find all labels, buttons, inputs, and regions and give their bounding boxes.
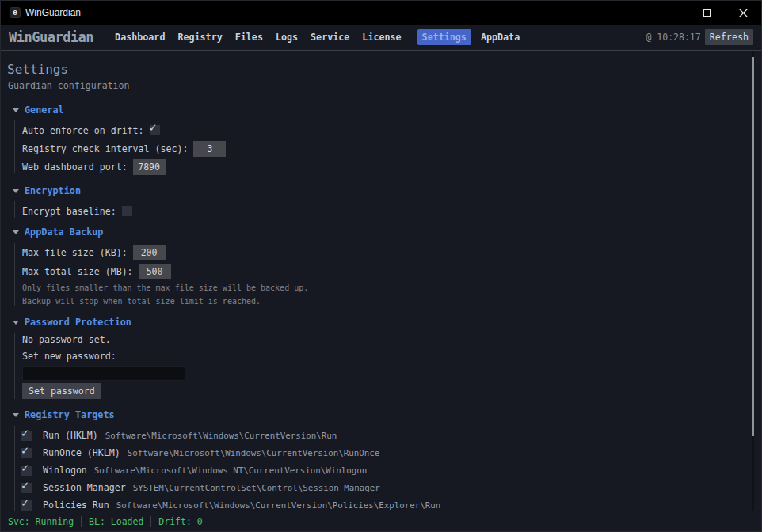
registry-target-checkbox[interactable] xyxy=(21,483,32,493)
collapse-arrow-icon xyxy=(13,413,19,417)
app-icon: e xyxy=(10,7,21,18)
registry-target-row: RunOnce (HKLM) Software\Microsoft\Window… xyxy=(21,444,379,462)
section-appdata-header[interactable]: AppData Backup xyxy=(13,226,103,238)
status-divider xyxy=(81,516,82,527)
registry-target-path: Software\Microsoft\Windows\CurrentVersio… xyxy=(105,431,337,441)
page-title: Settings xyxy=(7,62,68,77)
registry-target-path: Software\Microsoft\Windows\CurrentVersio… xyxy=(128,448,380,458)
nav-tab-logs[interactable]: Logs xyxy=(270,29,303,45)
close-button[interactable] xyxy=(725,1,761,25)
encrypt-row: Encrypt baseline: xyxy=(22,202,132,220)
password-input-row xyxy=(22,366,185,381)
nav-tab-dashboard[interactable]: Dashboard xyxy=(109,29,170,45)
status-service: Svc: Running xyxy=(8,516,74,527)
registry-target-row: Run (HKLM) Software\Microsoft\Windows\Cu… xyxy=(21,427,337,444)
section-appdata-title: AppData Backup xyxy=(25,226,103,238)
refresh-button[interactable]: Refresh xyxy=(705,29,753,45)
auto-enforce-row: Auto-enforce on drift: xyxy=(22,121,160,139)
max-total-input[interactable] xyxy=(139,264,171,279)
navbar: WinGuardian Dashboard Registry Files Log… xyxy=(1,25,761,51)
minimize-button[interactable] xyxy=(652,1,688,25)
page-subtitle: Guardian configuration xyxy=(8,80,130,91)
collapse-arrow-icon xyxy=(13,321,19,325)
status-baseline: BL: Loaded xyxy=(89,516,143,527)
section-general-title: General xyxy=(25,104,64,116)
max-file-label: Max file size (KB): xyxy=(22,247,128,258)
max-file-input[interactable] xyxy=(133,245,166,260)
indent-guide xyxy=(14,243,15,306)
close-icon xyxy=(739,9,748,17)
registry-target-path: Software\Microsoft\Windows\CurrentVersio… xyxy=(116,500,441,511)
maximize-icon xyxy=(703,10,711,17)
encrypt-label: Encrypt baseline: xyxy=(22,206,116,217)
section-encryption-title: Encryption xyxy=(25,185,81,196)
max-total-label: Max total size (MB): xyxy=(22,266,133,277)
password-status: No password set. xyxy=(22,333,111,346)
max-file-row: Max file size (KB): xyxy=(22,244,166,261)
nav-tab-service[interactable]: Service xyxy=(305,29,355,45)
nav-right: @ 10:28:17 Refresh xyxy=(646,29,753,45)
nav-tab-appdata[interactable]: AppData xyxy=(475,29,525,45)
nav-divider xyxy=(101,29,101,45)
statusbar: Svc: Running BL: Loaded Drift: 0 xyxy=(1,511,761,531)
nav-tab-registry[interactable]: Registry xyxy=(172,29,227,45)
section-encryption-header[interactable]: Encryption xyxy=(13,185,81,196)
registry-target-row: Policies Run Software\Microsoft\Windows\… xyxy=(21,496,440,511)
brand: WinGuardian xyxy=(9,29,93,45)
registry-target-name: Winlogon xyxy=(43,465,87,476)
clock: @ 10:28:17 xyxy=(646,32,700,43)
app-window: e WinGuardian WinGuardian Dashboard Regi… xyxy=(0,0,762,532)
registry-target-checkbox[interactable] xyxy=(21,500,32,511)
registry-target-name: Session Manager xyxy=(43,482,126,493)
port-input[interactable] xyxy=(133,159,166,175)
auto-enforce-checkbox[interactable] xyxy=(150,125,160,135)
nav-tab-files[interactable]: Files xyxy=(230,29,269,45)
window-title: WinGuardian xyxy=(25,7,81,18)
registry-target-path: Software\Microsoft\Windows NT\CurrentVer… xyxy=(94,466,368,476)
registry-target-checkbox[interactable] xyxy=(21,431,32,441)
password-prompt: Set new password: xyxy=(22,350,116,363)
titlebar: e WinGuardian xyxy=(1,1,761,25)
max-total-row: Max total size (MB): xyxy=(22,263,171,280)
port-label: Web dashboard port: xyxy=(22,162,128,173)
registry-target-path: SYSTEM\CurrentControlSet\Control\Session… xyxy=(133,483,380,493)
registry-target-row: Winlogon Software\Microsoft\Windows NT\C… xyxy=(21,462,367,479)
registry-target-name: Policies Run xyxy=(43,500,109,511)
section-general-header[interactable]: General xyxy=(13,104,64,116)
nav-tab-settings[interactable]: Settings xyxy=(417,29,471,45)
collapse-arrow-icon xyxy=(13,189,19,193)
collapse-arrow-icon xyxy=(13,108,19,112)
maximize-button[interactable] xyxy=(688,1,725,25)
registry-target-checkbox[interactable] xyxy=(21,466,32,476)
collapse-arrow-icon xyxy=(13,230,19,234)
password-input[interactable] xyxy=(22,366,185,381)
section-password-header[interactable]: Password Protection xyxy=(13,317,131,328)
section-registry-header[interactable]: Registry Targets xyxy=(13,409,115,420)
registry-target-name: RunOnce (HKLM) xyxy=(43,447,120,458)
encrypt-checkbox[interactable] xyxy=(122,206,132,216)
interval-input[interactable] xyxy=(193,141,226,157)
registry-target-name: Run (HKLM) xyxy=(43,430,98,441)
indent-guide xyxy=(14,120,15,173)
backup-help-line1: Only files smaller than the max file siz… xyxy=(22,281,308,294)
status-drift: Drift: 0 xyxy=(158,516,202,527)
registry-target-checkbox[interactable] xyxy=(21,448,32,458)
scrollbar-thumb[interactable] xyxy=(752,57,754,436)
registry-target-row: Session Manager SYSTEM\CurrentControlSet… xyxy=(21,479,380,496)
minimize-icon xyxy=(666,13,674,13)
interval-label: Registry check interval (sec): xyxy=(22,143,188,154)
set-password-button[interactable]: Set password xyxy=(22,383,101,399)
interval-row: Registry check interval (sec): xyxy=(22,139,226,158)
port-row: Web dashboard port: xyxy=(22,158,166,176)
settings-page: Settings Guardian configuration General … xyxy=(1,51,761,511)
section-registry-title: Registry Targets xyxy=(25,409,115,420)
password-button-row: Set password xyxy=(22,383,101,399)
nav-tab-license[interactable]: License xyxy=(356,29,406,45)
indent-guide xyxy=(14,201,15,218)
indent-guide xyxy=(14,426,15,511)
status-divider xyxy=(150,516,151,527)
indent-guide xyxy=(14,332,15,399)
nav-tabs: Dashboard Registry Files Logs Service Li… xyxy=(109,29,526,45)
backup-help-line2: Backup will stop when total size limit i… xyxy=(22,294,261,308)
auto-enforce-label: Auto-enforce on drift: xyxy=(22,125,144,136)
